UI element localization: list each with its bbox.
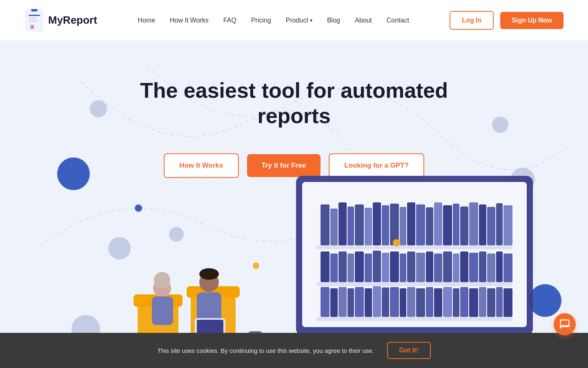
svg-rect-59: [321, 287, 330, 317]
svg-rect-77: [479, 287, 486, 317]
deco-circle-4: [108, 237, 131, 260]
svg-rect-22: [382, 205, 389, 245]
svg-rect-56: [487, 254, 495, 282]
deco-circle-6: [492, 117, 508, 133]
svg-rect-26: [416, 204, 425, 245]
svg-rect-72: [434, 288, 442, 317]
svg-rect-47: [407, 251, 415, 282]
svg-rect-28: [434, 202, 442, 245]
nav-faq[interactable]: FAQ: [223, 17, 236, 24]
nav-how-it-works[interactable]: How It Works: [170, 17, 209, 24]
svg-rect-49: [426, 251, 433, 282]
svg-rect-54: [469, 253, 478, 282]
svg-rect-46: [400, 254, 406, 282]
nav-about[interactable]: About: [355, 17, 372, 24]
deco-circle-2: [90, 100, 107, 117]
nav-home[interactable]: Home: [138, 17, 155, 24]
svg-rect-53: [460, 251, 468, 282]
svg-rect-67: [390, 287, 399, 317]
svg-rect-13: [316, 282, 512, 286]
login-button[interactable]: Log In: [450, 11, 494, 30]
svg-rect-24: [400, 207, 406, 245]
svg-rect-14: [316, 317, 512, 321]
svg-rect-61: [339, 287, 347, 317]
svg-rect-29: [443, 205, 452, 245]
svg-rect-40: [347, 254, 354, 282]
svg-rect-12: [316, 245, 512, 249]
hero-title: The easiest tool for automated reports: [110, 78, 478, 129]
svg-rect-35: [496, 203, 503, 245]
svg-rect-30: [453, 204, 459, 245]
svg-rect-50: [434, 254, 442, 282]
svg-rect-43: [373, 251, 381, 282]
svg-rect-52: [453, 254, 459, 282]
svg-rect-84: [152, 296, 173, 325]
svg-rect-79: [496, 287, 503, 317]
cookie-banner: This site uses cookies. By continuing to…: [0, 333, 588, 368]
cookie-message: This site uses cookies. By continuing to…: [157, 347, 374, 354]
svg-rect-78: [487, 288, 495, 317]
logo-icon: a: [24, 9, 44, 32]
svg-rect-17: [339, 202, 347, 245]
svg-rect-92: [197, 320, 223, 334]
svg-rect-70: [416, 288, 425, 317]
svg-rect-71: [426, 287, 433, 317]
svg-rect-64: [365, 288, 372, 317]
nav-links: Home How It Works FAQ Pricing Product ▾ …: [138, 17, 409, 24]
chevron-down-icon: ▾: [310, 18, 312, 23]
svg-rect-38: [330, 254, 338, 282]
svg-rect-19: [355, 204, 364, 245]
svg-rect-31: [460, 206, 468, 245]
got-it-button[interactable]: Got It!: [387, 342, 431, 359]
svg-rect-76: [469, 288, 478, 317]
svg-rect-39: [339, 251, 347, 282]
nav-product[interactable]: Product ▾: [286, 17, 312, 24]
svg-rect-3: [29, 18, 37, 19]
chat-button[interactable]: [554, 313, 576, 335]
svg-point-85: [154, 272, 170, 288]
svg-rect-27: [426, 207, 433, 245]
svg-rect-18: [347, 206, 354, 245]
svg-rect-57: [496, 251, 503, 282]
svg-rect-69: [407, 287, 415, 317]
hero-section: The easiest tool for automated reports H…: [0, 41, 588, 368]
svg-rect-48: [416, 253, 425, 282]
svg-rect-33: [479, 204, 486, 245]
svg-rect-4: [29, 20, 38, 22]
svg-rect-15: [321, 204, 330, 245]
nav-contact[interactable]: Contact: [387, 17, 409, 24]
deco-circle-1: [57, 157, 90, 190]
svg-rect-23: [390, 204, 399, 245]
nav-pricing[interactable]: Pricing: [251, 17, 271, 24]
svg-rect-42: [365, 254, 372, 282]
svg-rect-36: [503, 205, 512, 245]
svg-rect-37: [321, 251, 330, 282]
svg-rect-55: [479, 251, 486, 282]
svg-point-90: [199, 268, 219, 280]
nav-blog[interactable]: Blog: [327, 17, 340, 24]
logo-link[interactable]: a MyReport: [24, 9, 97, 32]
svg-rect-74: [453, 288, 459, 317]
svg-rect-60: [330, 288, 338, 317]
svg-rect-25: [407, 202, 415, 245]
svg-rect-63: [355, 287, 364, 317]
how-it-works-button[interactable]: How It Works: [164, 153, 238, 178]
svg-rect-80: [503, 288, 512, 317]
svg-rect-58: [503, 254, 512, 282]
svg-rect-65: [373, 286, 381, 317]
svg-rect-20: [365, 208, 372, 245]
svg-point-95: [253, 263, 259, 269]
chat-icon: [559, 319, 570, 330]
svg-rect-62: [347, 288, 354, 317]
signup-button[interactable]: Sign Up Now: [500, 12, 564, 29]
svg-rect-41: [355, 251, 364, 282]
svg-rect-68: [400, 288, 406, 317]
deco-circle-3: [135, 204, 142, 212]
svg-rect-75: [460, 287, 468, 317]
nav-actions: Log In Sign Up Now: [450, 11, 564, 30]
svg-rect-16: [330, 209, 338, 245]
svg-rect-6: [31, 9, 38, 11]
svg-text:a: a: [30, 23, 34, 30]
navbar: a MyReport Home How It Works FAQ Pricing…: [0, 0, 588, 41]
svg-rect-21: [373, 202, 381, 245]
